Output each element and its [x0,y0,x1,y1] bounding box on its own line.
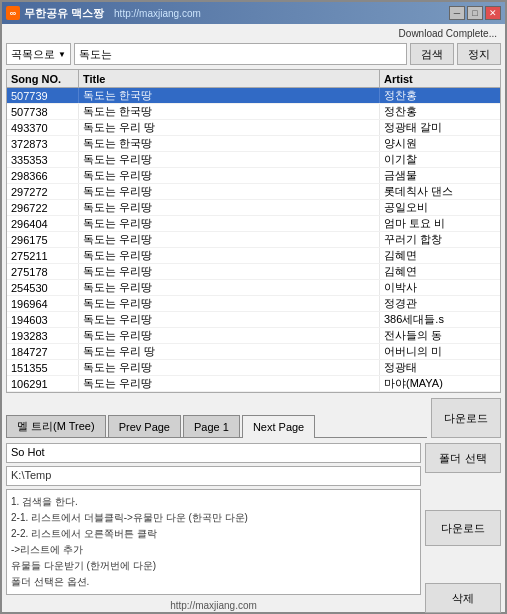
table-row[interactable]: 151355독도는 우리땅정광태 [7,360,500,376]
tab-page-1[interactable]: Page 1 [183,415,240,437]
table-row[interactable]: 507738독도는 한국땅정찬홍 [7,104,500,120]
cell-song-no: 372873 [7,136,79,151]
table-row[interactable]: 296175독도는 우리땅꾸러기 합창 [7,232,500,248]
cell-song-no: 275211 [7,248,79,263]
search-input[interactable] [74,43,407,65]
search-button[interactable]: 검색 [410,43,454,65]
cell-title: 독도는 우리 땅 [79,344,380,359]
cell-artist: 김혜면 [380,248,500,263]
app-title: 무한공유 맥스짱 [24,6,104,21]
table-row[interactable]: 275211독도는 우리땅김혜면 [7,248,500,264]
cell-title: 독도는 우리땅 [79,248,380,263]
cell-artist: 이기찰 [380,152,500,167]
tab-m-tree[interactable]: 멜 트리(M Tree) [6,415,106,437]
cell-artist: 마야(MAYA) [380,376,500,391]
table-row[interactable]: 372873독도는 한국땅양시원 [7,136,500,152]
table-row[interactable]: 296722독도는 우리땅공일오비 [7,200,500,216]
cell-title: 독도는 우리땅 [79,232,380,247]
cell-artist: 정찬홍 [380,104,500,119]
cell-song-no: 507738 [7,104,79,119]
cell-song-no: 296175 [7,232,79,247]
cell-song-no: 196964 [7,296,79,311]
header-artist: Artist [380,70,500,87]
category-dropdown[interactable]: 곡목으로 ▼ [6,43,71,65]
table-row[interactable]: 296404독도는 우리땅엄마 토요 비 [7,216,500,232]
table-row[interactable]: 193283독도는 우리땅전사들의 동 [7,328,500,344]
cell-title: 독도는 우리땅 [79,152,380,167]
info-line: 2-1. 리스트에서 더블클릭->유물만 다운 (한곡만 다운) [11,510,416,526]
cell-title: 독도는 우리땅 [79,328,380,343]
cell-song-no: 193283 [7,328,79,343]
cell-artist: 롯데칙사 댄스 [380,184,500,199]
dropdown-label: 곡목으로 [11,47,55,62]
table-row[interactable]: 298366독도는 우리땅금샘물 [7,168,500,184]
cell-title: 독도는 한국땅 [79,88,380,103]
dropdown-arrow-icon: ▼ [58,50,66,59]
cell-title: 독도는 우리땅 [79,168,380,183]
table-row[interactable]: 196964독도는 우리땅정경관 [7,296,500,312]
table-row[interactable]: 194603독도는 우리땅386세대들.s [7,312,500,328]
cell-artist: 전사들의 동 [380,328,500,343]
cell-artist: 이박사 [380,280,500,295]
cell-artist: 엄마 토요 비 [380,216,500,231]
close-button[interactable]: ✕ [485,6,501,20]
cell-artist: 꾸러기 합창 [380,232,500,247]
title-bar-left: ∞ 무한공유 맥스짱 http://maxjiang.com [6,6,201,21]
info-line: 유물들 다운받기 (한꺼번에 다운) [11,558,416,574]
cell-song-no: 335353 [7,152,79,167]
cell-artist: 정찬홍 [380,88,500,103]
search-bar: 곡목으로 ▼ 검색 정지 [6,42,501,66]
download-right-button[interactable]: 다운로드 [425,510,501,546]
info-line: 2-2. 리스트에서 오른쪽버튼 클락 [11,526,416,542]
cell-song-no: 254530 [7,280,79,295]
app-url: http://maxjiang.com [114,8,201,19]
maximize-button[interactable]: □ [467,6,483,20]
cell-title: 독도는 우리땅 [79,264,380,279]
content-area: Download Complete... 곡목으로 ▼ 검색 정지 Song N… [2,24,505,614]
delete-button[interactable]: 삭제 [425,583,501,613]
cell-title: 독도는 우리땅 [79,376,380,391]
info-line: 폴더 선택은 옵션. [11,574,416,590]
folder-select-button[interactable]: 폴더 선택 [425,443,501,473]
cell-song-no: 151355 [7,360,79,375]
cell-artist: 정경관 [380,296,500,311]
table-header: Song NO. Title Artist [7,70,500,88]
cell-title: 독도는 우리땅 [79,312,380,327]
cell-title: 독도는 우리땅 [79,184,380,199]
table-row[interactable]: 335353독도는 우리땅이기찰 [7,152,500,168]
main-window: ∞ 무한공유 맥스짱 http://maxjiang.com ─ □ ✕ Dow… [0,0,507,614]
app-icon: ∞ [6,6,20,20]
cell-title: 독도는 우리땅 [79,296,380,311]
table-row[interactable]: 507739독도는 한국땅정찬홍 [7,88,500,104]
cell-title: 독도는 우리땅 [79,216,380,231]
cell-artist: 공일오비 [380,200,500,215]
cell-song-no: 296722 [7,200,79,215]
download-button[interactable]: 다운로드 [431,398,501,438]
table-row[interactable]: 297272독도는 우리땅롯데칙사 댄스 [7,184,500,200]
save-path: K:\Temp [6,466,421,486]
tab-next-page[interactable]: Next Page [242,415,315,438]
title-bar: ∞ 무한공유 맥스짱 http://maxjiang.com ─ □ ✕ [2,2,505,24]
current-song-title: So Hot [6,443,421,463]
cell-title: 독도는 우리 땅 [79,120,380,135]
table-body[interactable]: 507739독도는 한국땅정찬홍507738독도는 한국땅정찬홍493370독도… [7,88,500,392]
header-title: Title [79,70,380,87]
header-song-no: Song NO. [7,70,79,87]
cell-artist: 정광태 갈미 [380,120,500,135]
footer-url: http://maxjiang.com [6,598,421,613]
cell-song-no: 194603 [7,312,79,327]
table-row[interactable]: 184727독도는 우리 땅어버니의 미 [7,344,500,360]
minimize-button[interactable]: ─ [449,6,465,20]
title-bar-buttons: ─ □ ✕ [449,6,501,20]
table-row[interactable]: 275178독도는 우리땅김혜연 [7,264,500,280]
cell-artist: 김혜연 [380,264,500,279]
song-table: Song NO. Title Artist 507739독도는 한국땅정찬홍50… [6,69,501,393]
table-row[interactable]: 106291독도는 우리땅마야(MAYA) [7,376,500,392]
cell-song-no: 507739 [7,88,79,103]
tab-prev-page[interactable]: Prev Page [108,415,181,437]
table-row[interactable]: 493370독도는 우리 땅정광태 갈미 [7,120,500,136]
table-row[interactable]: 254530독도는 우리땅이박사 [7,280,500,296]
download-status: Download Complete... [6,28,501,39]
stop-button[interactable]: 정지 [457,43,501,65]
bottom-area: So Hot K:\Temp 1. 검색을 한다.2-1. 리스트에서 더블클릭… [6,443,501,613]
